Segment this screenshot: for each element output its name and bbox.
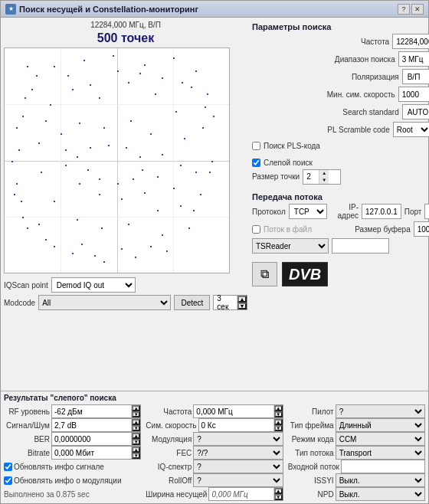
constellation-dot xyxy=(188,227,190,229)
rolloff-res-row: RollOff ? xyxy=(146,473,283,487)
rf-arrows: ▲ ▼ xyxy=(131,405,140,417)
frame-res-row: Тип фрейма Длинный xyxy=(288,418,425,432)
snr-up[interactable]: ▲ xyxy=(132,419,140,425)
freq-param-label: Частота xyxy=(361,38,389,46)
carrier-res-up[interactable]: ▲ xyxy=(274,488,283,494)
blind-checkbox[interactable] xyxy=(252,159,260,167)
bitrate-down[interactable]: ▼ xyxy=(132,453,140,459)
constellation-dot xyxy=(101,227,103,229)
frame-res-select[interactable]: Длинный xyxy=(336,418,425,432)
file-checkbox[interactable] xyxy=(252,225,260,234)
size-up[interactable]: ▲ xyxy=(319,170,329,177)
iqscan-select[interactable]: Demod IQ out xyxy=(51,277,136,293)
snr-value: 2,7 dB xyxy=(52,421,131,430)
constellation-dot xyxy=(126,147,127,149)
fec-res-row: FEC ?/? xyxy=(146,446,283,460)
updatemod-checkbox[interactable] xyxy=(4,476,12,485)
constellation-dot xyxy=(180,165,182,166)
constellation-dot xyxy=(195,172,197,173)
sym-res-down[interactable]: ▼ xyxy=(274,425,283,431)
constellation-dot xyxy=(162,234,163,236)
constellation-dot xyxy=(41,172,42,173)
port-value: 6971 xyxy=(425,208,429,216)
iq-res-select[interactable]: ? xyxy=(193,460,283,473)
coderate-res-label: Режим кода xyxy=(288,435,334,443)
constellation-dot xyxy=(18,149,20,151)
snr-label: Сигнал/Шум xyxy=(4,421,50,430)
protocol-select[interactable]: TCP xyxy=(289,204,328,219)
minsym-param-input: 1000 ▲ ▼ xyxy=(398,87,429,102)
stream-res-label: Тип потока xyxy=(288,449,334,457)
sec-down[interactable]: ▼ xyxy=(237,303,247,309)
constellation-dot xyxy=(180,205,182,207)
rf-down[interactable]: ▼ xyxy=(132,411,140,417)
modcode-select[interactable]: All xyxy=(38,295,171,310)
fec-res-select[interactable]: ?/? xyxy=(193,446,283,460)
detect-button[interactable]: Detect xyxy=(174,295,210,310)
stream-res-select[interactable]: Transport xyxy=(336,446,425,460)
grid-line xyxy=(5,104,229,105)
bitrate-label: Bitrate xyxy=(4,449,50,457)
tsreader-select[interactable]: TSReader xyxy=(252,238,329,254)
mod-res-select[interactable]: ? xyxy=(193,432,283,446)
constellation-dot xyxy=(195,70,197,72)
carrier-res-down[interactable]: ▼ xyxy=(274,494,283,500)
freq-res-down[interactable]: ▼ xyxy=(274,411,283,417)
minsym-param-row: Мин. сим. скорость 1000 ▲ ▼ xyxy=(252,87,429,102)
size-down[interactable]: ▼ xyxy=(319,177,329,184)
sec-up[interactable]: ▲ xyxy=(237,296,247,303)
pilot-res-select[interactable]: ? xyxy=(336,404,425,418)
constellation-dot xyxy=(157,210,159,211)
fec-res-label: FEC xyxy=(146,449,192,457)
pl-type-select[interactable]: Root xyxy=(393,122,429,137)
iqscan-row: IQScan point Demod IQ out xyxy=(4,277,247,293)
rolloff-res-select[interactable]: ? xyxy=(193,473,283,487)
help-button[interactable]: ? xyxy=(398,4,410,15)
title-bar-controls: ? ✕ xyxy=(398,4,424,15)
constellation-dot xyxy=(182,82,183,83)
npd-res-row: NPD Выкл. xyxy=(288,487,425,501)
dvb-logo: DVB xyxy=(282,262,328,286)
freq-res-value: 0,000 МГц xyxy=(194,407,273,416)
npd-res-select[interactable]: Выкл. xyxy=(336,487,425,501)
constellation-dot xyxy=(121,198,123,200)
minsym-param-label: Мин. сим. скорость xyxy=(327,90,395,99)
rf-value: -62 дБм xyxy=(52,407,131,416)
constellation-dot xyxy=(25,97,26,99)
ip-value: 127.0.0.1 xyxy=(362,208,401,216)
coderate-res-select[interactable]: CCM xyxy=(336,432,425,446)
constellation-dot xyxy=(213,116,215,117)
bitrate-up[interactable]: ▲ xyxy=(132,447,140,453)
searchstd-select[interactable]: AUTO xyxy=(402,104,429,119)
updatesig-checkbox[interactable] xyxy=(4,463,12,471)
constellation-dot xyxy=(135,257,136,258)
constellation-dot xyxy=(209,172,211,173)
sym-res-up[interactable]: ▲ xyxy=(274,419,283,425)
copy-button[interactable]: ⧉ xyxy=(252,262,277,286)
issyi-res-row: ISSYI Выкл. xyxy=(288,473,425,487)
snr-down[interactable]: ▼ xyxy=(132,425,140,431)
constellation-dot xyxy=(103,127,105,129)
ber-up[interactable]: ▲ xyxy=(132,433,140,439)
polar-select[interactable]: В/П xyxy=(402,69,429,84)
issyi-res-select[interactable]: Выкл. xyxy=(336,473,425,487)
constellation-dot xyxy=(142,169,143,171)
ber-down[interactable]: ▼ xyxy=(132,439,140,445)
bitrate-input: 0,000 Мбит ▲ ▼ xyxy=(51,446,141,460)
updatesig-row: Обновлять инфо сигнале xyxy=(4,460,141,473)
iqscan-label: IQScan point xyxy=(4,281,48,290)
rf-up[interactable]: ▲ xyxy=(132,405,140,411)
ip-input: 127.0.0.1 xyxy=(362,204,401,219)
close-button[interactable]: ✕ xyxy=(411,4,424,15)
freq-res-arrows: ▲ ▼ xyxy=(273,405,283,417)
searchstd-param-row: Search standard AUTO xyxy=(252,104,429,119)
pls-checkbox[interactable] xyxy=(252,142,260,150)
freq-res-up[interactable]: ▲ xyxy=(274,405,283,411)
results-section: Результаты "слепого" поиска RF уровень -… xyxy=(1,391,428,503)
right-panel: Параметры поиска Частота 12284,000 МГц ▲… xyxy=(252,21,429,388)
pls-checkbox-label: Поиск PLS-кода xyxy=(264,142,320,150)
pilot-res-row: Пилот ? xyxy=(288,404,425,418)
constellation-dot xyxy=(121,248,123,250)
constellation-dot xyxy=(133,178,134,180)
carrier-res-arrows: ▲ ▼ xyxy=(273,488,283,500)
